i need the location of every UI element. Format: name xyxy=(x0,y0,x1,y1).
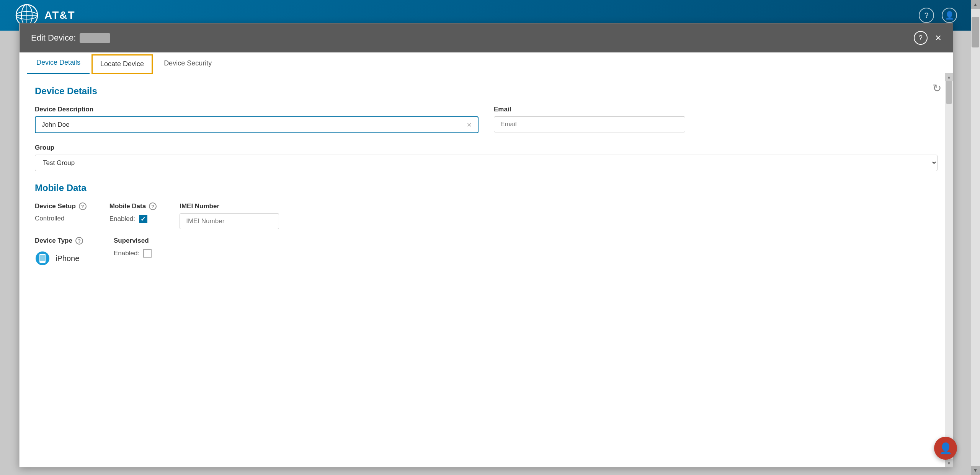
supervised-enabled-label: Enabled: xyxy=(114,250,139,257)
chat-support-button[interactable]: 👤 xyxy=(934,437,957,460)
refresh-button[interactable]: ↻ xyxy=(933,82,941,95)
device-type-group: Device Type ? iPhone xyxy=(35,237,83,266)
imei-input[interactable] xyxy=(180,213,279,229)
imei-group: IMEI Number xyxy=(180,202,279,229)
dialog-title-value xyxy=(80,33,110,43)
group-group: Group Test Group Group 1 Group 2 xyxy=(35,144,938,171)
dialog-header-icons: ? × xyxy=(914,31,941,45)
scroll-down-arrow[interactable]: ▼ xyxy=(971,466,980,475)
mobile-data-section: Mobile Data Device Setup ? Controlled Mo… xyxy=(35,183,938,229)
mobile-data-help-icon[interactable]: ? xyxy=(149,202,157,210)
device-description-input-wrapper: ✕ xyxy=(35,116,479,133)
dialog-help-button[interactable]: ? xyxy=(914,31,928,45)
header-action-icons: ? 👤 xyxy=(919,8,957,23)
tab-locate-device[interactable]: Locate Device xyxy=(91,54,153,74)
description-email-row: Device Description ✕ Email xyxy=(35,106,938,133)
scrollbar-track xyxy=(971,9,980,466)
svg-rect-7 xyxy=(40,255,45,261)
clear-description-button[interactable]: ✕ xyxy=(467,121,472,129)
group-label: Group xyxy=(35,144,938,152)
supervised-checkbox[interactable] xyxy=(143,249,152,258)
chat-icon: 👤 xyxy=(939,442,952,455)
dialog-tabs: Device Details Locate Device Device Secu… xyxy=(20,52,953,74)
group-select[interactable]: Test Group Group 1 Group 2 xyxy=(35,155,938,171)
dialog-header: Edit Device: ? × xyxy=(20,23,953,52)
email-label: Email xyxy=(494,106,938,113)
iphone-row: iPhone xyxy=(35,251,83,266)
device-type-value: iPhone xyxy=(56,254,79,263)
email-input[interactable] xyxy=(500,121,679,128)
iphone-icon xyxy=(35,251,50,266)
mobile-data-enabled-label: Enabled: xyxy=(109,215,135,223)
tab-device-details[interactable]: Device Details xyxy=(27,52,90,74)
scrollbar-thumb[interactable] xyxy=(972,17,979,47)
scroll-up-arrow[interactable]: ▲ xyxy=(971,0,980,9)
supervised-label: Supervised xyxy=(114,237,152,245)
email-input-wrapper xyxy=(494,116,685,132)
supervised-group: Supervised Enabled: xyxy=(114,237,152,258)
mobile-data-title: Mobile Data xyxy=(35,183,938,193)
email-group: Email xyxy=(494,106,938,133)
header-help-button[interactable]: ? xyxy=(919,8,934,23)
page-scrollbar: ▲ ▼ xyxy=(971,0,980,475)
mobile-data-checkbox[interactable] xyxy=(139,215,147,223)
dialog-scrollbar: ▲ ▼ xyxy=(945,73,953,467)
imei-label: IMEI Number xyxy=(180,202,279,210)
mobile-data-enabled-row: Enabled: xyxy=(109,215,157,223)
edit-device-dialog: Edit Device: ? × Device Details Locate D… xyxy=(19,23,953,467)
header-user-button[interactable]: 👤 xyxy=(942,8,957,23)
device-details-title: Device Details xyxy=(35,86,938,96)
device-setup-help-icon[interactable]: ? xyxy=(79,202,87,210)
mobile-data-enabled-group: Mobile Data ? Enabled: xyxy=(109,202,157,223)
dialog-close-button[interactable]: × xyxy=(935,33,941,43)
brand-name: AT&T xyxy=(44,9,75,21)
svg-point-8 xyxy=(42,261,43,263)
dialog-body: ↻ Device Details Device Description ✕ Em… xyxy=(20,74,953,467)
device-type-help-icon[interactable]: ? xyxy=(75,237,83,245)
dialog-title: Edit Device: xyxy=(31,33,110,43)
mobile-data-row: Device Setup ? Controlled Mobile Data ? … xyxy=(35,202,938,229)
supervised-enabled-row: Enabled: xyxy=(114,249,152,258)
device-details-section: Device Details Device Description ✕ Emai… xyxy=(35,86,938,171)
device-setup-value: Controlled xyxy=(35,215,87,222)
device-setup-group: Device Setup ? Controlled xyxy=(35,202,87,222)
dialog-scroll-thumb[interactable] xyxy=(946,81,952,104)
device-description-label: Device Description xyxy=(35,106,479,113)
dialog-title-label: Edit Device: xyxy=(31,33,76,43)
device-type-section: Device Type ? iPhone Supervised xyxy=(35,237,938,266)
device-description-input[interactable] xyxy=(42,121,467,129)
dialog-scroll-down[interactable]: ▼ xyxy=(945,459,953,467)
mobile-data-label: Mobile Data ? xyxy=(109,202,157,210)
device-description-group: Device Description ✕ xyxy=(35,106,479,133)
dialog-scroll-up[interactable]: ▲ xyxy=(945,73,953,81)
device-type-label: Device Type ? xyxy=(35,237,83,245)
tab-device-security[interactable]: Device Security xyxy=(155,52,221,74)
device-setup-label: Device Setup ? xyxy=(35,202,87,210)
